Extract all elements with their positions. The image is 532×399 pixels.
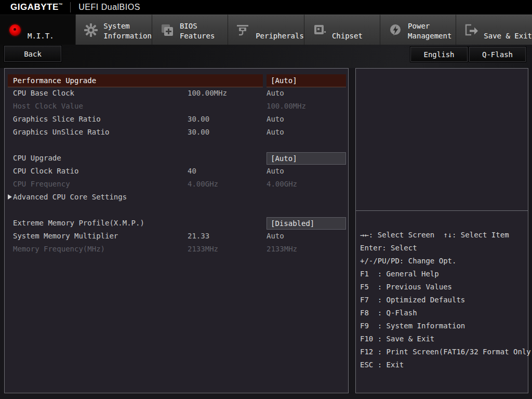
tab-chipset[interactable]: Chipset xyxy=(304,15,380,45)
setting-row-memory-frequency: Memory Frequency(MHz) 2133MHz 2133MHz xyxy=(5,243,348,256)
key-legend-line: F10 : Save & Exit xyxy=(360,334,526,347)
setting-row-performance-upgrade[interactable]: Performance Upgrade [Auto] xyxy=(5,74,348,87)
setting-label: CPU Upgrade xyxy=(13,154,61,162)
setting-row-host-clock-value: Host Clock Value 100.00MHz xyxy=(5,100,348,113)
setting-label: CPU Clock Ratio xyxy=(13,167,78,175)
setting-value: Auto xyxy=(267,128,284,136)
setting-row-graphics-slice-ratio[interactable]: Graphics Slice Ratio 30.00 Auto xyxy=(5,113,348,126)
top-bar: GIGABYTE™ UEFI DualBIOS xyxy=(0,0,532,15)
setting-row-cpu-frequency: CPU Frequency 4.00GHz 4.00GHz xyxy=(5,178,348,191)
key-legend-line: +/-/PU/PD: Change Opt. xyxy=(360,256,526,269)
power-lightning-icon xyxy=(388,15,403,45)
setting-row-graphics-unslice-ratio[interactable]: Graphics UnSlice Ratio 30.00 Auto xyxy=(5,126,348,139)
setting-label: Memory Frequency(MHz) xyxy=(13,245,105,253)
key-legend-line: F1 : General Help xyxy=(360,269,526,282)
setting-current: 40 xyxy=(188,167,196,175)
qflash-button[interactable]: Q-Flash xyxy=(469,47,526,62)
setting-value[interactable]: [Disabled] xyxy=(267,217,346,230)
key-legend-line: Enter: Select xyxy=(360,243,526,256)
tab-bios-features[interactable]: BIOSFeatures xyxy=(152,15,228,45)
topbar-divider xyxy=(70,2,71,12)
setting-row-xmp[interactable]: Extreme Memory Profile(X.M.P.) [Disabled… xyxy=(5,217,348,230)
chipset-icon xyxy=(312,15,327,45)
save-exit-icon xyxy=(463,15,479,45)
setting-label: Extreme Memory Profile(X.M.P.) xyxy=(13,219,144,227)
mit-gauge-icon xyxy=(7,15,23,45)
setting-value: Auto xyxy=(267,115,284,123)
setting-label: Graphics Slice Ratio xyxy=(13,115,101,123)
setting-row-cpu-clock-ratio[interactable]: CPU Clock Ratio 40 Auto xyxy=(5,165,348,178)
setting-value: Auto xyxy=(267,167,284,175)
tab-mit-label: M.I.T. xyxy=(28,15,54,45)
setting-label: Performance Upgrade xyxy=(8,74,263,87)
tab-power-management-label: PowerManagement xyxy=(408,15,451,45)
setting-current: 4.00GHz xyxy=(188,180,218,188)
tab-bar: M.I.T. xyxy=(0,15,532,45)
language-button[interactable]: English xyxy=(410,47,468,62)
setting-value: Auto xyxy=(267,232,284,240)
key-legend-line: F12 : Print Screen(FAT16/32 Format Only) xyxy=(360,347,526,360)
setting-value[interactable]: [Auto] xyxy=(267,74,346,87)
setting-label: System Memory Multiplier xyxy=(13,232,118,240)
setting-current: 30.00 xyxy=(188,115,209,123)
setting-row-system-memory-multiplier[interactable]: System Memory Multiplier 21.33 Auto xyxy=(5,230,348,243)
key-legend-line: F8 : Q-Flash xyxy=(360,308,526,321)
back-button[interactable]: Back xyxy=(4,46,61,62)
bios-title: UEFI DualBIOS xyxy=(78,3,140,12)
key-legend: →←: Select Screen ↑↓: Select Item Enter:… xyxy=(360,230,526,373)
row-spacer xyxy=(5,204,348,217)
tab-system-information-label: SystemInformation xyxy=(103,15,152,45)
setting-label: Advanced CPU Core Settings xyxy=(13,193,127,201)
tab-save-exit-label: Save & Exit xyxy=(484,15,532,45)
submenu-arrow-icon xyxy=(8,194,12,200)
setting-row-cpu-upgrade[interactable]: CPU Upgrade [Auto] xyxy=(5,152,348,165)
setting-value: 4.00GHz xyxy=(267,180,297,188)
setting-current: 30.00 xyxy=(188,128,209,136)
tab-peripherals-label: Peripherals xyxy=(256,15,304,45)
tab-chipset-label: Chipset xyxy=(332,15,363,45)
setting-value: 100.00MHz xyxy=(267,102,306,110)
setting-current: 100.00MHz xyxy=(188,89,227,97)
gear-icon xyxy=(83,15,99,45)
help-description-panel xyxy=(356,69,528,210)
setting-label: Host Clock Value xyxy=(13,102,83,110)
setting-value[interactable]: [Auto] xyxy=(267,152,346,165)
setting-value: 2133MHz xyxy=(267,245,297,253)
tab-save-exit[interactable]: Save & Exit xyxy=(456,15,532,45)
setting-current: 21.33 xyxy=(188,232,209,240)
toolbar: Back English Q-Flash xyxy=(0,45,532,68)
setting-label: CPU Base Clock xyxy=(13,89,74,97)
key-legend-line: F7 : Optimized Defaults xyxy=(360,295,526,308)
gigabyte-logo: GIGABYTE™ xyxy=(10,2,63,12)
help-panel-divider xyxy=(356,210,528,211)
tab-bios-features-label: BIOSFeatures xyxy=(180,15,215,45)
setting-value: Auto xyxy=(267,89,284,97)
peripheral-icon xyxy=(235,15,251,45)
key-legend-line: F5 : Previous Values xyxy=(360,282,526,295)
key-legend-line: ESC : Exit xyxy=(360,360,526,373)
key-legend-line: →←: Select Screen ↑↓: Select Item xyxy=(360,230,526,243)
setting-row-advanced-cpu-core-settings[interactable]: Advanced CPU Core Settings xyxy=(5,191,348,204)
setting-label: Graphics UnSlice Ratio xyxy=(13,128,109,136)
tab-system-information[interactable]: SystemInformation xyxy=(76,15,152,45)
setting-current: 2133MHz xyxy=(188,245,218,253)
tab-peripherals[interactable]: Peripherals xyxy=(228,15,304,45)
setting-row-cpu-base-clock[interactable]: CPU Base Clock 100.00MHz Auto xyxy=(5,87,348,100)
tab-power-management[interactable]: PowerManagement xyxy=(380,15,456,45)
key-legend-line: F9 : System Information xyxy=(360,321,526,334)
tab-mit[interactable]: M.I.T. xyxy=(0,15,76,45)
setting-label: CPU Frequency xyxy=(13,180,70,188)
chip-plus-icon xyxy=(159,15,175,45)
row-spacer xyxy=(5,139,348,152)
trademark-symbol: ™ xyxy=(59,3,63,7)
help-panel: →←: Select Screen ↑↓: Select Item Enter:… xyxy=(355,68,528,393)
settings-panel: Performance Upgrade [Auto] CPU Base Cloc… xyxy=(4,68,349,393)
